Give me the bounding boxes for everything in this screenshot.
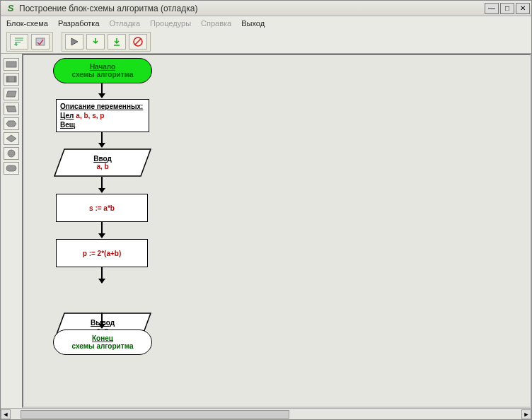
toolbar-group-edit: [6, 32, 53, 52]
svg-point-11: [8, 150, 15, 157]
palette-connector[interactable]: [4, 147, 19, 160]
menu-exit[interactable]: Выход: [241, 19, 265, 28]
palette-loop-start[interactable]: [4, 117, 19, 130]
toolbar: [1, 30, 531, 53]
toolbar-view-button[interactable]: [31, 34, 50, 49]
step-into-icon: [91, 37, 100, 47]
svg-marker-10: [6, 135, 16, 142]
view-icon: [35, 37, 46, 47]
toolbar-step-into-button[interactable]: [86, 34, 105, 49]
scroll-thumb[interactable]: [21, 410, 289, 419]
menu-procedures[interactable]: Процедуры: [150, 19, 191, 28]
svg-marker-1: [71, 38, 78, 45]
palette-output[interactable]: [4, 103, 19, 115]
svg-rect-3: [6, 62, 16, 67]
block-end[interactable]: Конец схемы алгоритма: [53, 329, 152, 355]
palette-subroutine[interactable]: [4, 73, 19, 86]
toolbar-indent-button[interactable]: [10, 34, 28, 49]
canvas[interactable]: Начало схемы алгоритма Описание переменн…: [22, 54, 531, 408]
palette-io[interactable]: [4, 88, 19, 100]
close-button[interactable]: ✕: [516, 3, 530, 14]
toolbar-step-over-button[interactable]: [108, 34, 126, 49]
palette-process[interactable]: [4, 58, 19, 71]
flow-arrow: [101, 83, 103, 98]
block-input[interactable]: Ввод a, b: [53, 148, 152, 177]
step-over-icon: [112, 37, 122, 47]
content-area: Начало схемы алгоритма Описание переменн…: [1, 53, 531, 408]
scroll-left-arrow[interactable]: ◄: [1, 409, 11, 419]
stop-icon: [132, 36, 144, 47]
palette-decision[interactable]: [4, 132, 19, 145]
flow-arrow: [101, 132, 103, 147]
app-window: S Построение блок-схемы алгоритма (отлад…: [0, 0, 532, 420]
menu-blockscheme[interactable]: Блок-схема: [6, 19, 48, 28]
palette-terminator[interactable]: [4, 162, 19, 175]
svg-rect-12: [6, 165, 16, 171]
flow-arrow: [101, 177, 103, 192]
play-icon: [69, 37, 79, 47]
block-process-s[interactable]: s := a*b: [56, 194, 148, 222]
svg-marker-8: [6, 106, 16, 112]
menu-help[interactable]: Справка: [201, 19, 231, 28]
shape-palette: [1, 54, 22, 408]
block-declarations[interactable]: Описание переменных: Целa, b, s, p Вещ: [56, 99, 149, 132]
menu-development[interactable]: Разработка: [58, 19, 100, 28]
block-process-p[interactable]: p := 2*(a+b): [56, 239, 148, 267]
flow-arrow: [101, 313, 103, 328]
block-start[interactable]: Начало схемы алгоритма: [53, 58, 152, 83]
maximize-button[interactable]: □: [500, 3, 514, 14]
minimize-button[interactable]: —: [485, 3, 499, 14]
app-icon: S: [5, 3, 16, 14]
svg-marker-7: [6, 91, 16, 97]
toolbar-stop-button[interactable]: [129, 34, 147, 49]
window-title: Построение блок-схемы алгоритма (отладка…: [19, 4, 483, 13]
indent-icon: [13, 37, 25, 47]
scroll-right-arrow[interactable]: ►: [521, 409, 531, 419]
menubar: Блок-схема Разработка Отладка Процедуры …: [1, 16, 531, 30]
horizontal-scrollbar[interactable]: ◄ ►: [1, 408, 531, 419]
titlebar: S Построение блок-схемы алгоритма (отлад…: [1, 1, 531, 16]
flow-arrow: [101, 222, 103, 238]
svg-marker-9: [6, 121, 16, 127]
toolbar-run-button[interactable]: [65, 34, 83, 49]
menu-debug[interactable]: Отладка: [110, 19, 140, 28]
toolbar-group-run: [62, 32, 151, 52]
flow-arrow: [101, 267, 103, 283]
